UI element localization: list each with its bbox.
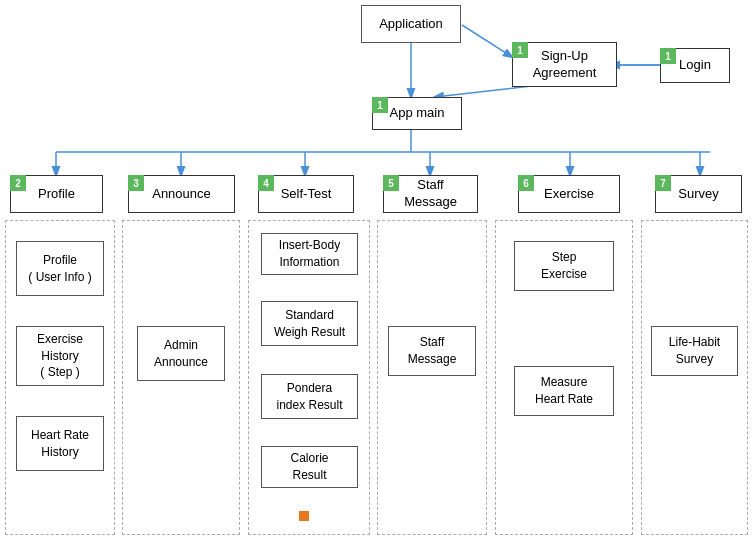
life-habit-survey-box: Life-HabitSurvey [651, 326, 738, 376]
selftest-badge: 4 [258, 175, 274, 191]
selftest-column: Insert-BodyInformation StandardWeigh Res… [248, 220, 370, 535]
signup-box: 1 Sign-UpAgreement [512, 42, 617, 87]
profile-badge: 2 [10, 175, 26, 191]
app-main-badge: 1 [372, 97, 388, 113]
pondera-label: Ponderaindex Result [276, 380, 342, 414]
staffmsg-section-box: 5 StaffMessage [383, 175, 478, 213]
survey-badge: 7 [655, 175, 671, 191]
exercise-label: Exercise [544, 186, 594, 203]
announce-label: Announce [152, 186, 211, 203]
selftest-label: Self-Test [281, 186, 332, 203]
announce-badge: 3 [128, 175, 144, 191]
staffmsg-label: StaffMessage [404, 177, 457, 211]
announce-section-box: 3 Announce [128, 175, 235, 213]
staffmsg-column: StaffMessage [377, 220, 487, 535]
measure-heart-rate-label: MeasureHeart Rate [535, 374, 593, 408]
step-exercise-box: StepExercise [514, 241, 614, 291]
login-arrow [617, 58, 660, 72]
insert-body-label: Insert-BodyInformation [279, 237, 340, 271]
profile-userinfo-label: Profile( User Info ) [28, 252, 91, 286]
profile-label: Profile [38, 186, 75, 203]
admin-announce-box: AdminAnnounce [137, 326, 225, 381]
exercise-badge: 6 [518, 175, 534, 191]
calorie-marker [299, 511, 309, 521]
exercise-history-label: ExerciseHistory( Step ) [37, 331, 83, 381]
heart-rate-history-label: Heart RateHistory [31, 427, 89, 461]
application-box: Application [361, 5, 461, 43]
standard-weigh-label: StandardWeigh Result [274, 307, 345, 341]
exercise-column: StepExercise MeasureHeart Rate [495, 220, 633, 535]
staff-message-inner-box: StaffMessage [388, 326, 476, 376]
staff-message-inner-label: StaffMessage [408, 334, 457, 368]
survey-section-box: 7 Survey [655, 175, 742, 213]
svg-line-0 [462, 25, 512, 57]
measure-heart-rate-box: MeasureHeart Rate [514, 366, 614, 416]
signup-badge: 1 [512, 42, 528, 58]
app-main-box: 1 App main [372, 97, 462, 130]
survey-column: Life-HabitSurvey [641, 220, 748, 535]
pondera-box: Ponderaindex Result [261, 374, 358, 419]
login-badge: 1 [660, 48, 676, 64]
signup-label: Sign-UpAgreement [533, 48, 597, 82]
app-main-label: App main [390, 105, 445, 122]
announce-column: AdminAnnounce [122, 220, 240, 535]
profile-section-box: 2 Profile [10, 175, 103, 213]
application-label: Application [379, 16, 443, 33]
calorie-label: CalorieResult [290, 450, 328, 484]
profile-column: Profile( User Info ) ExerciseHistory( St… [5, 220, 115, 535]
diagram: Application 1 Sign-UpAgreement 1 Login 1… [0, 0, 752, 550]
step-exercise-label: StepExercise [541, 249, 587, 283]
login-label: Login [679, 57, 711, 74]
life-habit-survey-label: Life-HabitSurvey [669, 334, 720, 368]
selftest-section-box: 4 Self-Test [258, 175, 354, 213]
calorie-box: CalorieResult [261, 446, 358, 488]
exercise-section-box: 6 Exercise [518, 175, 620, 213]
exercise-history-box: ExerciseHistory( Step ) [16, 326, 104, 386]
standard-weigh-box: StandardWeigh Result [261, 301, 358, 346]
survey-label: Survey [678, 186, 718, 203]
insert-body-box: Insert-BodyInformation [261, 233, 358, 275]
login-box: 1 Login [660, 48, 730, 83]
heart-rate-history-box: Heart RateHistory [16, 416, 104, 471]
profile-userinfo-box: Profile( User Info ) [16, 241, 104, 296]
admin-announce-label: AdminAnnounce [154, 337, 208, 371]
staffmsg-badge: 5 [383, 175, 399, 191]
